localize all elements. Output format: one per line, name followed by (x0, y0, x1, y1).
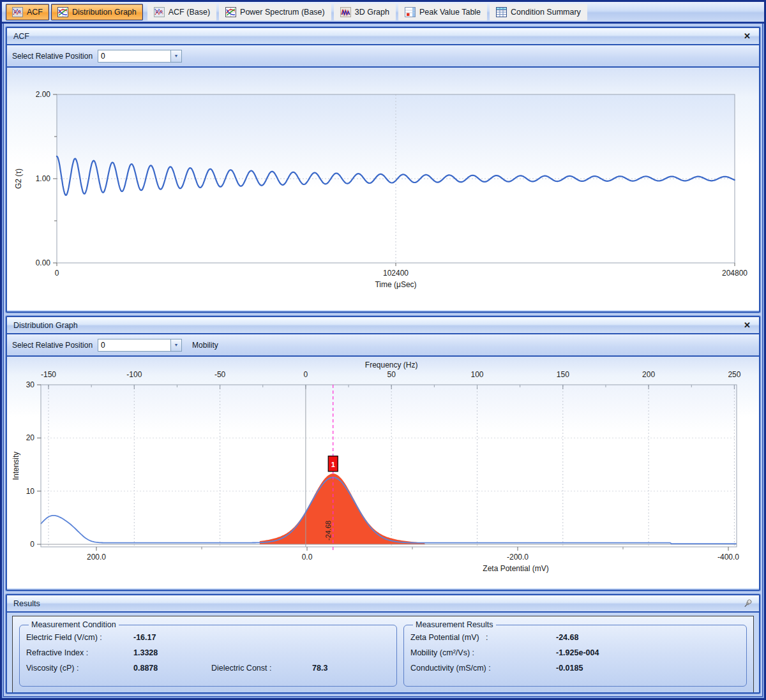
svg-text:150: 150 (557, 370, 569, 379)
acf-panel-header: ACF ✕ (7, 28, 759, 45)
svg-text:50: 50 (387, 370, 396, 379)
svg-text:100: 100 (470, 370, 483, 379)
acf-chart-icon (154, 7, 165, 17)
chevron-down-icon: ▼ (174, 343, 179, 347)
svg-text:102400: 102400 (383, 269, 409, 278)
acf-relative-position-combobox[interactable]: 0 ▼ (98, 50, 182, 63)
electric-field-label: Electric Field (V/cm) : (26, 633, 133, 642)
distribution-select-row: Select Relative Position 0 ▼ Mobility (7, 334, 759, 357)
measurement-results-title: Measurement Results (413, 620, 496, 629)
svg-text:20: 20 (26, 433, 35, 442)
svg-text:204800: 204800 (722, 269, 747, 278)
toolbar-button-label: Condition Summary (511, 8, 581, 17)
svg-text:Time (μSec): Time (μSec) (375, 280, 416, 289)
distribution-chart: -150-100-50050100150200250Frequency (Hz)… (8, 358, 759, 586)
results-panel-title: Results (13, 599, 40, 608)
toolbar-button-peak-value-table[interactable]: Peak Value Table (398, 4, 487, 20)
toolbar-button-3d-graph[interactable]: 3D Graph (334, 4, 396, 20)
svg-text:200.0: 200.0 (87, 553, 106, 562)
toolbar-button-condition-summary[interactable]: Condition Summary (490, 4, 587, 20)
refractive-index-label: Refractive Index : (26, 648, 133, 657)
svg-text:2.00: 2.00 (36, 90, 51, 99)
svg-text:-50: -50 (214, 370, 226, 379)
application-window: ACF Distribution Graph ACF (Base) Power … (1, 1, 765, 699)
svg-text:-200.0: -200.0 (507, 553, 529, 562)
toolbar-button-label: Distribution Graph (72, 8, 137, 17)
zeta-potential-value: -24.68 (556, 633, 578, 642)
measurement-results-group: Measurement Results Zeta Potential (mV) … (403, 620, 747, 687)
viscosity-label: Viscosity (cP) : (26, 664, 133, 673)
conductivity-value: -0.0185 (556, 664, 583, 673)
distribution-mode-label: Mobility (192, 341, 218, 350)
view-toolbar: ACF Distribution Graph ACF (Base) Power … (2, 2, 764, 24)
mobility-label: Mobility (cm²/Vs) : (410, 648, 556, 657)
svg-text:250: 250 (728, 370, 740, 379)
acf-select-row: Select Relative Position 0 ▼ (7, 45, 759, 68)
pin-icon[interactable] (742, 599, 753, 609)
distribution-panel-header: Distribution Graph ✕ (7, 317, 759, 334)
toolbar-button-label: 3D Graph (355, 8, 389, 17)
svg-text:-24.68: -24.68 (324, 521, 332, 540)
svg-text:Frequency (Hz): Frequency (Hz) (365, 361, 418, 369)
distribution-close-icon[interactable]: ✕ (742, 320, 753, 331)
dielectric-const-label: Dielectric Const : (211, 664, 312, 673)
svg-text:0: 0 (304, 370, 308, 379)
svg-text:Zeta Potential (mV): Zeta Potential (mV) (483, 564, 548, 573)
acf-combobox-value: 0 (98, 50, 170, 62)
chevron-down-icon: ▼ (174, 54, 179, 58)
dielectric-const-value: 78.3 (312, 664, 390, 673)
acf-panel-title: ACF (13, 32, 29, 41)
distribution-combobox-value: 0 (98, 339, 170, 351)
electric-field-value: -16.17 (133, 633, 211, 642)
zeta-potential-label: Zeta Potential (mV) : (410, 633, 556, 642)
svg-text:0.00: 0.00 (36, 258, 51, 267)
summary-table-icon (496, 7, 507, 17)
toolbar-button-acf-base[interactable]: ACF (Base) (147, 4, 216, 20)
conductivity-label: Conductivity (mS/cm) : (410, 664, 556, 673)
acf-select-label: Select Relative Position (12, 52, 93, 61)
distribution-chart-icon (57, 7, 68, 17)
svg-text:-100: -100 (126, 370, 142, 379)
viscosity-value: 0.8878 (133, 664, 211, 673)
distribution-select-label: Select Relative Position (12, 341, 93, 350)
distribution-relative-position-combobox[interactable]: 0 ▼ (98, 339, 182, 352)
svg-text:10: 10 (26, 487, 35, 496)
svg-text:G2 (τ): G2 (τ) (14, 168, 23, 189)
distribution-chart-icon (225, 7, 236, 17)
acf-chart-icon (12, 7, 23, 17)
acf-chart: 0.001.002.000102400204800Time (μSec)G2 (… (8, 69, 759, 308)
toolbar-button-distribution-graph[interactable]: Distribution Graph (51, 4, 143, 20)
acf-chart-area: 0.001.002.000102400204800Time (μSec)G2 (… (7, 68, 759, 310)
results-body: Measurement Condition Electric Field (V/… (12, 616, 754, 694)
acf-panel: ACF ✕ Select Relative Position 0 ▼ 0.001… (6, 27, 760, 313)
measurement-condition-title: Measurement Condition (29, 620, 119, 629)
toolbar-button-label: ACF (27, 8, 43, 17)
svg-text:30: 30 (26, 380, 35, 389)
peak-table-icon (405, 7, 416, 17)
distribution-chart-area: -150-100-50050100150200250Frequency (Hz)… (7, 357, 759, 588)
measurement-condition-group: Measurement Condition Electric Field (V/… (19, 620, 397, 687)
svg-text:Intensity: Intensity (11, 452, 20, 480)
svg-text:1: 1 (331, 461, 335, 468)
toolbar-button-acf[interactable]: ACF (6, 4, 49, 20)
wave-3d-icon (340, 7, 351, 17)
svg-text:1.00: 1.00 (36, 174, 51, 183)
toolbar-button-label: Power Spectrum (Base) (240, 8, 325, 17)
mobility-value: -1.925e-004 (556, 648, 599, 657)
svg-text:0: 0 (55, 269, 59, 278)
results-panel: Results Measurement Condition Electric F… (6, 594, 760, 694)
distribution-combobox-dropdown-button[interactable]: ▼ (170, 339, 181, 351)
dock-area: ACF ✕ Select Relative Position 0 ▼ 0.001… (2, 24, 764, 698)
acf-close-icon[interactable]: ✕ (742, 31, 753, 41)
svg-text:-400.0: -400.0 (717, 553, 739, 562)
svg-text:200: 200 (642, 370, 655, 379)
toolbar-button-label: ACF (Base) (169, 8, 210, 17)
svg-text:0.0: 0.0 (302, 553, 313, 562)
svg-text:0: 0 (30, 540, 34, 549)
distribution-panel: Distribution Graph ✕ Select Relative Pos… (6, 316, 760, 591)
refractive-index-value: 1.3328 (133, 648, 211, 657)
results-panel-header: Results (7, 595, 759, 613)
acf-combobox-dropdown-button[interactable]: ▼ (170, 50, 181, 62)
toolbar-button-label: Peak Value Table (419, 8, 481, 17)
toolbar-button-power-spectrum-base[interactable]: Power Spectrum (Base) (219, 4, 331, 20)
